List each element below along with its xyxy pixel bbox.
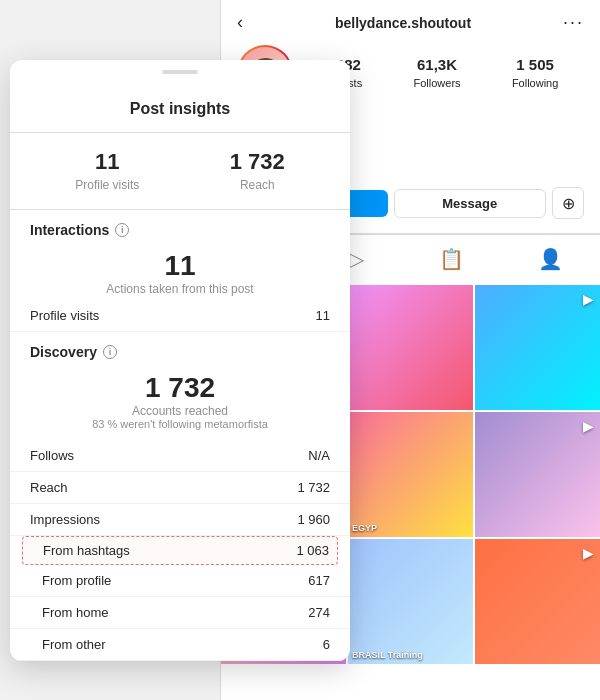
drag-handle[interactable]	[162, 70, 198, 74]
from-other-row: From other 6	[10, 629, 350, 661]
reach-label: Reach	[240, 178, 275, 192]
back-button[interactable]: ‹	[237, 12, 243, 33]
grid-item[interactable]: ▶	[475, 412, 600, 537]
discovery-accounts-reached-label: Accounts reached	[30, 404, 330, 418]
grid-item[interactable]: ▶	[475, 285, 600, 410]
impressions-value: 1 960	[297, 512, 330, 527]
reach-number: 1 732	[230, 149, 285, 175]
follows-value: N/A	[308, 448, 330, 463]
following-label: Following	[512, 77, 558, 89]
profile-username: bellydance.shoutout	[335, 15, 471, 31]
tab-tagged[interactable]: 👤	[518, 243, 583, 277]
follows-row: Follows N/A	[10, 440, 350, 472]
impressions-label: Impressions	[30, 512, 100, 527]
insights-header: Post insights	[10, 84, 350, 133]
from-hashtags-value: 1 063	[296, 543, 329, 558]
summary-reach: 1 732 Reach	[230, 149, 285, 193]
more-options-button[interactable]: ···	[563, 12, 584, 33]
profile-visits-label: Profile visits	[75, 178, 139, 192]
profile-visits-metric-label: Profile visits	[30, 308, 99, 323]
follows-label: Follows	[30, 448, 74, 463]
add-user-icon: ⊕	[562, 194, 575, 213]
discovery-big-number: 1 732	[30, 372, 330, 404]
interactions-big-number-block: 11 Actions taken from this post	[10, 242, 350, 300]
play-icon: ▶	[583, 418, 594, 434]
insights-title: Post insights	[130, 100, 230, 117]
summary-profile-visits: 11 Profile visits	[75, 149, 139, 193]
from-hashtags-row: From hashtags 1 063	[22, 536, 338, 565]
from-profile-value: 617	[308, 573, 330, 588]
discovery-title: Discovery	[30, 344, 97, 360]
interactions-title: Interactions	[30, 222, 109, 238]
reach-metric-label: Reach	[30, 480, 68, 495]
interactions-big-number: 11	[30, 250, 330, 282]
followers-count: 61,3K	[413, 56, 460, 73]
discovery-accounts-sub: 83 % weren't following metamorfista	[30, 418, 330, 430]
profile-visits-metric-value: 11	[316, 308, 330, 323]
insights-card: Post insights 11 Profile visits 1 732 Re…	[10, 60, 350, 661]
summary-row: 11 Profile visits 1 732 Reach	[10, 133, 350, 210]
profile-top-bar: ‹ bellydance.shoutout ···	[237, 12, 584, 33]
play-icon: ▶	[583, 291, 594, 307]
discovery-big-number-block: 1 732 Accounts reached 83 % weren't foll…	[10, 364, 350, 440]
from-home-value: 274	[308, 605, 330, 620]
grid-item[interactable]: BRASIL Training	[348, 539, 473, 664]
followers-stat[interactable]: 61,3K Followers	[413, 56, 460, 91]
grid-item[interactable]: ▶	[475, 539, 600, 664]
following-stat[interactable]: 1 505 Following	[512, 56, 558, 91]
from-home-row: From home 274	[10, 597, 350, 629]
reach-metric-value: 1 732	[297, 480, 330, 495]
interactions-big-number-label: Actions taken from this post	[30, 282, 330, 296]
interactions-info-icon[interactable]: i	[115, 223, 129, 237]
message-button[interactable]: Message	[394, 189, 547, 218]
impressions-row: Impressions 1 960	[10, 504, 350, 536]
interactions-section-header: Interactions i	[10, 210, 350, 242]
grid-item[interactable]: EGYP	[348, 412, 473, 537]
followers-label: Followers	[413, 77, 460, 89]
profile-visits-number: 11	[75, 149, 139, 175]
from-other-value: 6	[323, 637, 330, 652]
grid-label: BRASIL Training	[352, 650, 423, 660]
grid-label: EGYP	[352, 523, 377, 533]
profile-visits-row: Profile visits 11	[10, 300, 350, 332]
stats-row: 682 Posts 61,3K Followers 1 505 Followin…	[309, 56, 584, 91]
tab-igtv[interactable]: 📋	[419, 243, 484, 277]
reach-row: Reach 1 732	[10, 472, 350, 504]
from-profile-row: From profile 617	[10, 565, 350, 597]
discovery-section-header: Discovery i	[10, 332, 350, 364]
discovery-info-icon[interactable]: i	[103, 345, 117, 359]
from-hashtags-label: From hashtags	[31, 543, 130, 558]
from-home-label: From home	[30, 605, 108, 620]
play-icon: ▶	[583, 545, 594, 561]
from-profile-label: From profile	[30, 573, 111, 588]
following-count: 1 505	[512, 56, 558, 73]
add-user-button[interactable]: ⊕	[552, 187, 584, 219]
from-other-label: From other	[30, 637, 106, 652]
grid-item[interactable]	[348, 285, 473, 410]
